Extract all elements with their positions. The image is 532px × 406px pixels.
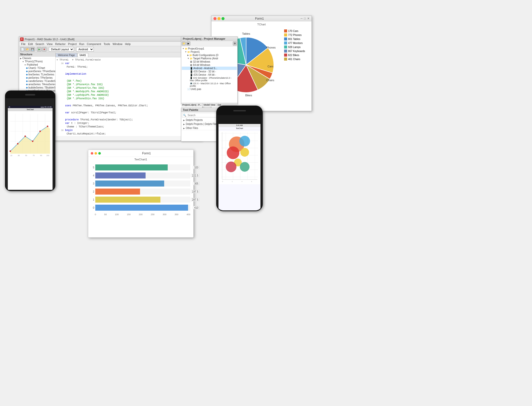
legend-label: 170 Cars	[288, 30, 298, 32]
svg-point-12	[24, 136, 26, 137]
pm-tab2[interactable]: Model View	[203, 103, 216, 107]
phone-right-tab: 9:41 AM	[218, 124, 260, 127]
tab-unit1[interactable]: Unit1	[77, 53, 88, 57]
pm-item-android[interactable]: 📱 Android - Android S...	[182, 67, 237, 70]
ide-menubar: File Edit Search View Refactor Project R…	[19, 42, 202, 46]
tree-bubbleseries[interactable]: bubbleSeries: TBubbleSeries	[19, 86, 55, 89]
menu-file[interactable]: File	[20, 42, 27, 46]
toolbar-new[interactable]: 📄	[20, 47, 25, 52]
pm-item-0[interactable]: ▼📁 ProjectGroup1	[182, 47, 237, 50]
menu-tools[interactable]: Tools	[103, 42, 111, 46]
axis-0: 0	[95, 213, 96, 216]
menu-refactor[interactable]: Refactor	[54, 42, 67, 46]
toolbar-stop[interactable]: ■	[42, 47, 47, 52]
tree-pieseries[interactable]: pieSeries: TPieSeries	[19, 76, 55, 79]
toolbar-open[interactable]: 📂	[25, 47, 30, 52]
svg-text:0: 0	[222, 181, 223, 182]
pm-toolbar-btn2[interactable]: ▶	[186, 41, 190, 46]
phone-chart-tab[interactable]: TeeChart	[27, 109, 34, 110]
pie-chart-title: TChart	[211, 23, 312, 26]
minimize-button[interactable]	[217, 17, 220, 20]
pie-window-title: Form1	[225, 17, 294, 20]
editor-tabs: Welcome Page Unit1	[56, 52, 202, 57]
svg-point-40	[226, 161, 236, 172]
pie-win-min-icon[interactable]: ─	[301, 17, 303, 20]
bar-row-1: 1 287.5	[91, 196, 190, 204]
code-line-14	[57, 108, 201, 111]
pm-toolbar-btn3[interactable]: ⚙	[233, 41, 237, 46]
toolbar-run[interactable]: ▶	[37, 47, 41, 52]
pm-item-win64[interactable]: 🖥 64-bit Windows	[182, 63, 237, 67]
menu-window[interactable]: Window	[112, 42, 123, 46]
code-line-20: 30begin	[57, 129, 201, 132]
bar-axis: 0 50 100 150 200 250 300 350 400	[88, 213, 193, 217]
pm-item-ios-sim[interactable]: 📱 iOS Simulator - iPhoneSimulator10.3 - …	[182, 76, 237, 82]
pm-item-osx[interactable]: 💻 OS X - MacOSX 10.12.4 - Mac Office pro…	[182, 82, 237, 87]
pm-item-unit1[interactable]: 📄 Unit1.pas	[182, 87, 237, 91]
search-icon: 🔍	[182, 114, 187, 117]
code-line-2: Form1: TForm1;	[57, 65, 201, 69]
legend-color	[284, 50, 287, 53]
tree-lineseries[interactable]: lineSeries: TLineSeries	[19, 73, 55, 76]
legend-label: 461 Chairs	[288, 58, 300, 61]
bar-min-btn[interactable]	[95, 152, 97, 155]
tab-welcome[interactable]: Welcome Page	[56, 53, 77, 57]
tree-pointseries[interactable]: pointSeries: TPointSeries	[19, 70, 55, 73]
code-line-12	[57, 101, 201, 104]
menu-help[interactable]: Help	[124, 42, 132, 46]
pm-tree: ▼📁 ProjectGroup1 ▼📁 Project1 ▶📁 Build Co…	[181, 47, 237, 103]
layout-dropdown[interactable]: Default Layout	[49, 47, 74, 52]
menu-search[interactable]: Search	[34, 42, 45, 46]
pie-label-chairs: Chairs	[266, 79, 274, 82]
code-line-10: {$R *.LqXhdpiPh.fmx ANDROID}	[57, 94, 201, 97]
code-line-7: {$R *.iPhone4in.fmx IOS}	[57, 83, 201, 86]
pm-item-1[interactable]: ▼📁 Project1	[182, 50, 237, 54]
tree-candleseries[interactable]: candleSeries: TCandleSeries	[19, 79, 55, 83]
pie-win-max-icon[interactable]: □	[304, 17, 306, 20]
pie-legend: 170 Cars772 Phones801 Tables477 Monitors…	[283, 28, 309, 106]
menu-project[interactable]: Project	[67, 42, 78, 46]
pm-tab1[interactable]: Project1.dproj - P...	[181, 103, 203, 107]
bar-fill	[95, 181, 164, 187]
tree-chart1[interactable]: Chart1: TChart	[19, 66, 55, 70]
bar-track: 287.5	[95, 197, 190, 203]
tree-classes: ▶ Classes	[19, 57, 55, 60]
code-line-4: implementation	[57, 72, 201, 76]
code-line-13: uses FMXTee.Themes, FMXTee.Canvas, FMXTe…	[57, 104, 201, 108]
legend-item-monitors: 477 Monitors	[284, 41, 308, 44]
svg-point-15	[47, 125, 48, 127]
tree-tform1[interactable]: ▼ TForm1(TForm)	[19, 60, 55, 63]
bar-row-5: 5 320	[91, 163, 190, 171]
maximize-button[interactable]	[221, 17, 225, 20]
tree-published[interactable]: ▼ Published	[19, 63, 55, 66]
menu-view[interactable]: View	[46, 42, 54, 46]
bar-max-btn[interactable]	[98, 152, 101, 155]
toolbar-save[interactable]: 💾	[30, 47, 35, 52]
pie-win-close-icon[interactable]: ✕	[307, 17, 309, 20]
code-line-6: {$R *.fmx}	[57, 79, 201, 83]
pm-toolbar-btn1[interactable]: 📁	[182, 41, 186, 46]
close-button[interactable]	[213, 17, 216, 20]
tree-areaseries[interactable]: areaSeries: TAreaSeries	[19, 83, 55, 86]
bar-track: 197.5	[95, 189, 190, 195]
code-editor[interactable]: ▼TForm1 ▼ TForm1.FormCreate 30var Form1:…	[56, 57, 202, 136]
bar-label: 4	[91, 174, 94, 177]
menu-edit[interactable]: Edit	[27, 42, 34, 46]
bar-close-btn[interactable]	[91, 152, 93, 155]
pm-item-3[interactable]: ▼📁 Target Platforms (Andr	[182, 57, 237, 60]
menu-component[interactable]: Component	[86, 42, 102, 46]
platform-dropdown[interactable]: Android	[76, 47, 94, 52]
legend-label: 928 Lamps	[288, 46, 300, 49]
menu-run[interactable]: Run	[78, 42, 85, 46]
pm-item-2[interactable]: ▶📁 Build Configurations (D	[182, 54, 237, 57]
pm-item-ios64[interactable]: 📱 iOS Device - 64 bit -	[182, 73, 237, 76]
phone-signal: ●●● 4G 14:08	[41, 106, 52, 108]
bar-label: 5	[91, 166, 94, 169]
pm-item-win32[interactable]: 🖥 32-bit Windows	[182, 60, 237, 63]
legend-item-chairs: 461 Chairs	[284, 58, 308, 61]
bar-window-title: Form1	[102, 152, 191, 155]
legend-color	[284, 33, 287, 36]
code-line-19: theme : TChartThemeClass;	[57, 125, 201, 129]
pm-item-ios32[interactable]: 📱 iOS Device - 32 bit -	[182, 70, 237, 73]
code-line-18: var t : Integer;	[57, 122, 201, 125]
